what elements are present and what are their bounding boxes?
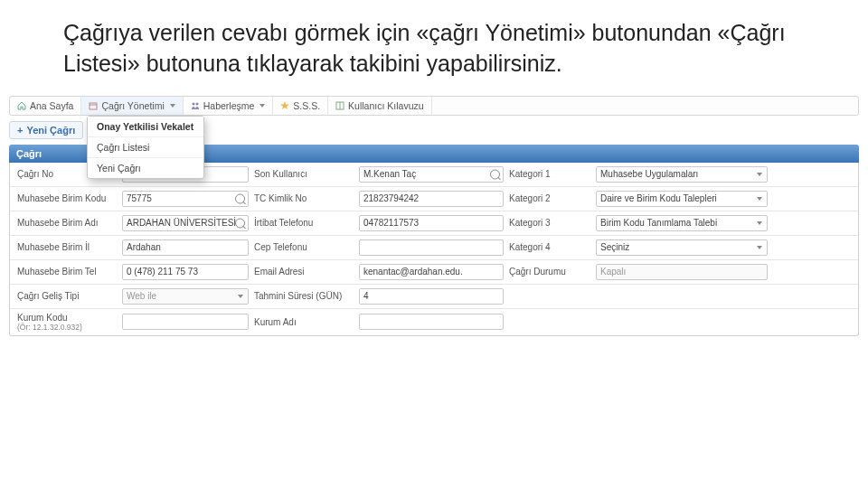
label-kategori4: Kategori 4 [509, 242, 590, 252]
label-cep-telefon: Cep Telefonu [254, 242, 354, 252]
input-muhasebe-birim-adi[interactable]: ARDAHAN ÜNİVERSİTESİ [122, 215, 249, 231]
menu-home-label: Ana Sayfa [30, 100, 73, 111]
chevron-down-icon [170, 104, 175, 108]
input-muhasebe-birim-kodu[interactable]: 75775 [122, 191, 249, 207]
label-muhasebe-birim-tel: Muhasebe Birim Tel [17, 267, 117, 277]
menu-guide-label: Kullanıcı Kılavuzu [348, 100, 423, 111]
plus-icon: + [17, 125, 23, 136]
menu-guide[interactable]: Kullanıcı Kılavuzu [328, 97, 431, 115]
input-irtibat-telefon[interactable]: 04782117573 [359, 215, 504, 231]
main-menubar: Ana Sayfa Çağrı Yönetimi Haberleşme S.S.… [9, 96, 859, 116]
label-kurum-adi: Kurum Adı [254, 317, 354, 327]
label-cagri-gelis-tipi: Çağrı Geliş Tipi [17, 291, 117, 301]
input-tc-kimlik[interactable]: 21823794242 [359, 191, 504, 207]
call-form: Çağrı No 00230771 Son Kullanıcı M.Kenan … [9, 163, 859, 336]
menu-home[interactable]: Ana Sayfa [10, 97, 81, 115]
input-son-kullanici[interactable]: M.Kenan Taç [359, 166, 504, 183]
people-icon [191, 101, 200, 110]
label-kategori1: Kategori 1 [509, 169, 590, 179]
calendar-icon [89, 101, 98, 110]
input-email[interactable]: kenantac@ardahan.edu. [359, 264, 504, 280]
select-kategori3[interactable]: Birim Kodu Tanımlama Talebi [596, 215, 768, 231]
dropdown-onay-yetkilisi[interactable]: Onay Yetkilisi Vekalet [88, 117, 203, 137]
chevron-down-icon [259, 104, 265, 108]
label-muhasebe-birim-il: Muhasebe Birim İl [17, 242, 117, 252]
label-kategori3: Kategori 3 [509, 218, 590, 228]
label-tahmini-sure: Tahmini Süresi (GÜN) [254, 291, 354, 301]
book-icon [335, 101, 344, 110]
input-muhasebe-birim-tel[interactable]: 0 (478) 211 75 73 [122, 264, 249, 280]
instruction-heading: Çağrıya verilen cevabı görmek için «çağr… [0, 0, 868, 96]
label-muhasebe-birim-kodu: Muhasebe Birim Kodu [17, 193, 117, 203]
app-frame: Ana Sayfa Çağrı Yönetimi Haberleşme S.S.… [9, 96, 859, 336]
menu-call-management[interactable]: Çağrı Yönetimi [81, 97, 183, 115]
label-irtibat-telefon: İrtibat Telefonu [254, 218, 354, 228]
input-tahmini-sure[interactable]: 4 [359, 288, 504, 305]
menu-communication-label: Haberleşme [203, 100, 255, 111]
dropdown-yeni-cagri[interactable]: Yeni Çağrı [88, 158, 203, 178]
select-cagri-gelis-tipi[interactable]: Web ile [122, 288, 249, 305]
label-email: Email Adresi [254, 267, 354, 277]
menu-call-management-label: Çağrı Yönetimi [101, 100, 164, 111]
input-kurum-kodu[interactable] [122, 314, 249, 330]
svg-point-3 [195, 102, 198, 105]
star-icon [280, 101, 289, 110]
select-kategori2[interactable]: Daire ve Birim Kodu Talepleri [596, 191, 768, 207]
new-call-button[interactable]: + Yeni Çağrı [9, 121, 83, 139]
label-cagri-durumu: Çağrı Durumu [509, 267, 590, 277]
label-kategori2: Kategori 2 [509, 193, 590, 203]
svg-point-2 [192, 102, 194, 105]
menu-faq[interactable]: S.S.S. [273, 97, 328, 115]
call-management-dropdown: Onay Yetkilisi Vekalet Çağrı Listesi Yen… [87, 116, 204, 179]
input-kurum-adi[interactable] [359, 314, 504, 330]
dropdown-cagri-listesi[interactable]: Çağrı Listesi [88, 137, 203, 158]
menu-communication[interactable]: Haberleşme [184, 97, 274, 115]
label-kurum-kodu: Kurum Kodu (Ör: 12.1.32.0.932) [17, 313, 117, 332]
select-kategori1[interactable]: Muhasebe Uygulamaları [596, 166, 768, 183]
display-cagri-durumu: Kapalı [596, 264, 768, 280]
input-cep-telefon[interactable] [359, 239, 504, 256]
label-son-kullanici: Son Kullanıcı [254, 169, 354, 179]
svg-rect-0 [90, 103, 97, 109]
label-tc-kimlik: TC Kimlik No [254, 193, 354, 203]
menu-faq-label: S.S.S. [293, 100, 320, 111]
label-muhasebe-birim-adi: Muhasebe Birim Adı [17, 218, 117, 228]
home-icon [17, 101, 26, 110]
input-muhasebe-birim-il[interactable]: Ardahan [122, 239, 249, 256]
new-call-button-label: Yeni Çağrı [26, 125, 75, 136]
select-kategori4[interactable]: Seçiniz [596, 239, 768, 256]
